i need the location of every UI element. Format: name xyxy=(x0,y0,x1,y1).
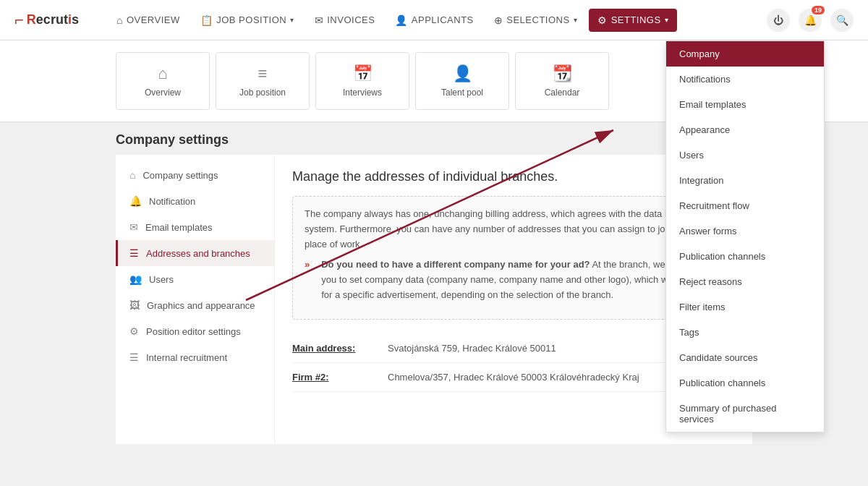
power-button[interactable]: ⏻ xyxy=(767,9,790,32)
dropdown-label-notifications: Notifications xyxy=(679,74,731,85)
main-layout: ⌂ Company settings 🔔 Notification ✉ Emai… xyxy=(116,155,752,444)
dropdown-label-recruitment-flow: Recruitment flow xyxy=(679,200,749,211)
nav-item-overview[interactable]: ⌂ OVERVIEW xyxy=(108,9,189,32)
dropdown-label-pub-channels-2: Publication channels xyxy=(679,378,765,388)
nav-item-selections[interactable]: ⊕ SELECTIONS ▾ xyxy=(485,9,586,32)
nav-item-invoices[interactable]: ✉ INVOICES xyxy=(306,9,384,32)
address-main-label: Main address: xyxy=(292,343,379,354)
nav-item-job-position[interactable]: 📋 JOB POSITION ▾ xyxy=(192,9,303,32)
sidebar-label-graphics-appearance: Graphics and appearance xyxy=(147,300,255,311)
search-button[interactable]: 🔍 xyxy=(830,9,854,32)
home-icon-sidebar: ⌂ xyxy=(129,169,135,181)
tile-icon-overview: ⌂ xyxy=(158,64,167,83)
sidebar-label-notification: Notification xyxy=(149,196,195,207)
dropdown-item-summary[interactable]: Summary of purchased services xyxy=(666,396,824,432)
tile-interviews[interactable]: 📅 Interviews xyxy=(315,52,409,110)
sidebar-item-notification[interactable]: 🔔 Notification xyxy=(116,188,274,214)
page-title: Company settings xyxy=(116,132,229,148)
sidebar-item-graphics-appearance[interactable]: 🖼 Graphics and appearance xyxy=(116,292,274,318)
sidebar-item-company-settings[interactable]: ⌂ Company settings xyxy=(116,162,274,188)
dropdown-item-pub-channels-1[interactable]: Publication channels xyxy=(666,244,824,269)
applicants-icon: 👤 xyxy=(395,14,408,26)
dropdown-item-candidate-sources[interactable]: Candidate sources xyxy=(666,345,824,370)
tile-label-overview: Overview xyxy=(145,88,181,98)
info-bullet-1: Do you need to have a different company … xyxy=(305,257,723,302)
nav-item-settings[interactable]: ⚙ SETTINGS ▾ xyxy=(589,9,677,32)
top-nav: ⌐ Recrutis ⌂ OVERVIEW 📋 JOB POSITION ▾ ✉… xyxy=(0,0,868,40)
nav-right: ⏻ 🔔 19 🔍 xyxy=(767,9,854,32)
chevron-down-icon-2: ▾ xyxy=(574,16,578,24)
notifications-button[interactable]: 🔔 19 xyxy=(799,9,822,32)
graphics-icon-sidebar: 🖼 xyxy=(129,299,140,311)
sidebar: ⌂ Company settings 🔔 Notification ✉ Emai… xyxy=(116,155,275,444)
sidebar-item-users[interactable]: 👥 Users xyxy=(116,266,274,292)
tile-calendar[interactable]: 📆 Calendar xyxy=(515,52,609,110)
address-main-value: Svatojánská 759, Hradec Králové 50011 xyxy=(388,343,556,354)
tile-icon-job-position: ≡ xyxy=(258,64,268,83)
dropdown-item-email-templates[interactable]: Email templates xyxy=(666,92,824,117)
tile-label-calendar: Calendar xyxy=(545,88,580,98)
chevron-down-icon: ▾ xyxy=(290,16,294,24)
nav-label-settings: SETTINGS xyxy=(611,14,661,25)
dropdown-item-filter-items[interactable]: Filter items xyxy=(666,294,824,320)
sidebar-label-internal-recruitment: Internal recruitment xyxy=(146,352,227,363)
sidebar-label-company-settings: Company settings xyxy=(142,170,218,181)
settings-icon: ⚙ xyxy=(597,14,608,26)
tile-job-position[interactable]: ≡ Job position xyxy=(216,52,310,110)
internal-icon-sidebar: ☰ xyxy=(129,351,139,363)
nav-label-job-position: JOB POSITION xyxy=(216,14,286,25)
tile-icon-calendar: 📆 xyxy=(553,64,572,83)
dropdown-label-candidate-sources: Candidate sources xyxy=(679,352,757,363)
dropdown-label-appearance: Appearance xyxy=(679,124,730,135)
gear-icon-sidebar: ⚙ xyxy=(129,325,139,337)
sidebar-item-addresses-branches[interactable]: ☰ Addresses and branches xyxy=(116,240,274,266)
dropdown-item-integration[interactable]: Integration xyxy=(666,168,824,193)
power-icon: ⏻ xyxy=(773,14,783,26)
logo-icon: ⌐ xyxy=(14,11,24,30)
dropdown-item-company[interactable]: Company xyxy=(666,41,824,67)
users-icon-sidebar: 👥 xyxy=(129,273,142,285)
notification-badge: 19 xyxy=(812,6,825,14)
clipboard-icon: 📋 xyxy=(200,14,213,26)
info-text-1: The company always has one, unchanging b… xyxy=(305,207,723,252)
mail-icon-sidebar: ✉ xyxy=(129,221,138,233)
sidebar-label-addresses-branches: Addresses and branches xyxy=(146,248,250,259)
logo-text: Recrutis xyxy=(27,12,79,27)
nav-items: ⌂ OVERVIEW 📋 JOB POSITION ▾ ✉ INVOICES 👤… xyxy=(108,9,767,32)
dropdown-item-recruitment-flow[interactable]: Recruitment flow xyxy=(666,193,824,218)
sidebar-item-email-templates[interactable]: ✉ Email templates xyxy=(116,214,274,240)
address-firm2-value: Chmelova/357, Hradec Králové 50003 Králo… xyxy=(388,372,639,383)
sidebar-item-position-editor[interactable]: ⚙ Position editor settings xyxy=(116,318,274,344)
invoice-icon: ✉ xyxy=(315,14,324,26)
dropdown-item-answer-forms[interactable]: Answer forms xyxy=(666,218,824,244)
search-icon: 🔍 xyxy=(836,14,848,26)
dropdown-item-appearance[interactable]: Appearance xyxy=(666,117,824,142)
tile-talent-pool[interactable]: 👤 Talent pool xyxy=(415,52,509,110)
dropdown-item-reject-reasons[interactable]: Reject reasons xyxy=(666,269,824,294)
info-bullet-1-bold: Do you need to have a different company … xyxy=(321,259,590,270)
dropdown-label-email-templates: Email templates xyxy=(679,99,746,110)
dropdown-label-users: Users xyxy=(679,150,704,161)
settings-dropdown: Company Notifications Email templates Ap… xyxy=(665,40,825,432)
tile-label-interviews: Interviews xyxy=(343,88,382,98)
dropdown-label-summary: Summary of purchased services xyxy=(679,403,776,425)
logo[interactable]: ⌐ Recrutis xyxy=(14,11,79,30)
dropdown-item-pub-channels-2[interactable]: Publication channels xyxy=(666,370,824,396)
dropdown-label-company: Company xyxy=(679,48,720,59)
dropdown-item-notifications[interactable]: Notifications xyxy=(666,67,824,92)
nav-label-overview: OVERVIEW xyxy=(127,14,180,25)
dropdown-item-users[interactable]: Users xyxy=(666,142,824,168)
branches-icon-sidebar: ☰ xyxy=(129,247,139,259)
logo-color: R xyxy=(27,12,36,27)
tile-overview[interactable]: ⌂ Overview xyxy=(116,52,210,110)
nav-label-applicants: APPLICANTS xyxy=(412,14,474,25)
bell-icon: 🔔 xyxy=(804,14,817,26)
dropdown-item-tags[interactable]: Tags xyxy=(666,320,824,345)
bell-icon-sidebar: 🔔 xyxy=(129,195,142,207)
tile-icon-interviews: 📅 xyxy=(353,64,373,83)
sidebar-label-position-editor: Position editor settings xyxy=(146,326,241,337)
nav-item-applicants[interactable]: 👤 APPLICANTS xyxy=(386,9,482,32)
nav-label-invoices: INVOICES xyxy=(327,14,375,25)
sidebar-item-internal-recruitment[interactable]: ☰ Internal recruitment xyxy=(116,344,274,370)
address-firm2-label: Firm #2: xyxy=(292,372,379,383)
